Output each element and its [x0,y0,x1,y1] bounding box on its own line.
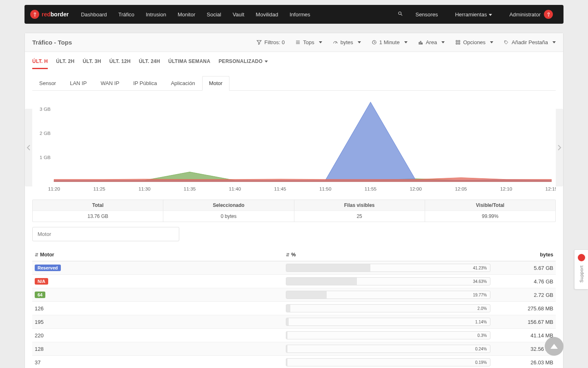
row-badge: 64 [35,292,45,298]
summary-visible-total: Visible/Total 99.99% [425,200,555,222]
range-tab[interactable]: ÚLT. 2H [56,58,74,69]
chevron-right-icon [557,144,561,151]
summary-total: Total 13.76 GB [33,200,163,222]
nav-link-monitor[interactable]: Monitor [173,9,200,20]
dimension-tabs: SensorLAN IPWAN IPIP PúblicaAplicaciónMo… [32,76,556,91]
brand-logo[interactable]: redborder [30,10,69,19]
nav-link-vault[interactable]: Vault [228,9,249,20]
svg-text:12:00: 12:00 [410,186,421,191]
summary-selected: Seleccionado 0 bytes [163,200,294,222]
range-tab[interactable]: ÚLTIMA SEMANA [168,58,210,69]
col-pct[interactable]: ⇵% [283,249,493,261]
nav-sensores[interactable]: Sensores [410,9,443,20]
funnel-icon [256,40,262,45]
svg-point-4 [548,12,549,14]
gauge-icon [333,40,338,45]
dim-tab-sensor[interactable]: Sensor [32,76,63,91]
range-tabs: ÚLT. HÚLT. 2HÚLT. 3HÚLT. 12HÚLT. 24HÚLTI… [32,58,556,69]
svg-text:11:20: 11:20 [48,186,60,191]
table-row[interactable]: 1951.14%156.67 MB [32,315,556,329]
nav-link-social[interactable]: Social [202,9,226,20]
table-row[interactable]: 2200.3%41.14 MB [32,329,556,342]
chart-next-button[interactable] [556,109,563,186]
svg-line-9 [335,42,336,43]
svg-text:12:05: 12:05 [455,186,467,191]
range-tab[interactable]: ÚLT. 3H [82,58,101,69]
toolbar: Filtros: 0 Tops bytes 1 Minute Area Opci… [256,39,556,45]
tool-minute[interactable]: 1 Minute [372,39,408,45]
tool-anadir-pestana[interactable]: Añadir Pestaña [504,39,556,45]
svg-text:2 GB: 2 GB [40,131,51,136]
chevron-left-icon [27,144,31,151]
nav-herramientas[interactable]: Herramientas [450,9,497,20]
range-tab[interactable]: ÚLT. H [32,58,48,69]
summary-row: Total 13.76 GB Seleccionado 0 bytes Fila… [32,200,556,222]
traffic-area-chart: 1 GB2 GB3 GB11:2011:2511:3011:3511:4011:… [32,92,556,194]
svg-text:11:55: 11:55 [365,186,376,191]
list-icon [295,40,301,45]
tool-filtros[interactable]: Filtros: 0 [256,39,285,45]
nav-link-informes[interactable]: Informes [285,9,315,20]
svg-text:11:35: 11:35 [184,186,196,191]
brand-border: border [51,11,69,18]
tool-area[interactable]: Area [418,39,445,45]
table-row[interactable]: 6419.77%2.72 GB [32,288,556,302]
nav-link-tráfico[interactable]: Tráfico [114,9,139,20]
nav-link-intrusion[interactable]: Intrusion [141,9,171,20]
range-tab[interactable]: ÚLT. 12H [109,58,131,69]
chevron-down-icon [490,41,493,43]
motor-table: ⇵Motor ⇵% bytes Reserved41.23%5.67 GBN/A… [32,249,556,368]
svg-rect-16 [456,40,457,42]
dim-tab-aplicación[interactable]: Aplicación [164,76,202,91]
chevron-down-icon [489,14,492,16]
range-tab[interactable]: ÚLT. 24H [139,58,160,69]
svg-rect-19 [459,43,460,44]
dim-tab-wan-ip[interactable]: WAN IP [94,76,126,91]
svg-line-12 [374,43,375,43]
table-row[interactable]: Reserved41.23%5.67 GB [32,261,556,275]
top-navbar: redborder DashboardTráficoIntrusionMonit… [24,5,564,24]
nav-admin[interactable]: Administrator [504,7,558,21]
table-row[interactable]: 1262.0%275.68 MB [32,302,556,315]
dim-tab-lan-ip[interactable]: LAN IP [63,76,94,91]
scroll-top-button[interactable] [545,337,564,356]
chevron-down-icon [441,41,445,43]
nav-link-movilidad[interactable]: Movilidad [251,9,283,20]
dim-tab-motor[interactable]: Motor [202,76,229,91]
avatar-icon [544,10,553,19]
chevron-down-icon [358,41,361,43]
table-row[interactable]: 1280.24%32.56 MB [32,342,556,356]
chevron-down-icon [404,41,408,43]
sort-icon: ⇵ [35,252,38,257]
tool-bytes[interactable]: bytes [333,39,361,45]
col-bytes[interactable]: bytes [493,249,556,261]
panel-header: Tráfico - Tops Filtros: 0 Tops bytes 1 M… [25,33,563,52]
support-tab[interactable]: Support [574,249,588,289]
svg-text:12:10: 12:10 [500,186,512,191]
brand-mark-icon [30,10,39,19]
page-title: Tráfico - Tops [32,39,72,46]
range-tab[interactable]: PERSONALIZADO [218,58,268,69]
clock-icon [372,40,377,45]
svg-rect-18 [456,43,457,44]
svg-text:11:40: 11:40 [229,186,241,191]
svg-rect-13 [419,43,420,45]
nav-link-dashboard[interactable]: Dashboard [76,9,112,20]
table-row[interactable]: N/A34.63%4.76 GB [32,275,556,288]
tool-tops[interactable]: Tops [295,39,322,45]
row-badge: Reserved [35,265,61,271]
motor-search-input[interactable] [32,227,179,241]
chart-prev-button[interactable] [25,109,32,186]
dim-tab-ip-pública[interactable]: IP Pública [126,76,164,91]
tool-opciones[interactable]: Opciones [455,39,493,45]
svg-point-20 [505,41,506,42]
table-row[interactable]: 370.19%26.03 MB [32,356,556,368]
svg-line-3 [401,14,402,16]
svg-text:12:15: 12:15 [546,186,556,191]
svg-point-0 [34,12,36,14]
pct-bar: 0.3% [286,331,490,339]
search-icon[interactable] [398,11,403,18]
summary-visible-rows: Filas visibles 25 [294,200,425,222]
svg-rect-14 [420,41,421,44]
col-motor[interactable]: ⇵Motor [32,249,283,261]
